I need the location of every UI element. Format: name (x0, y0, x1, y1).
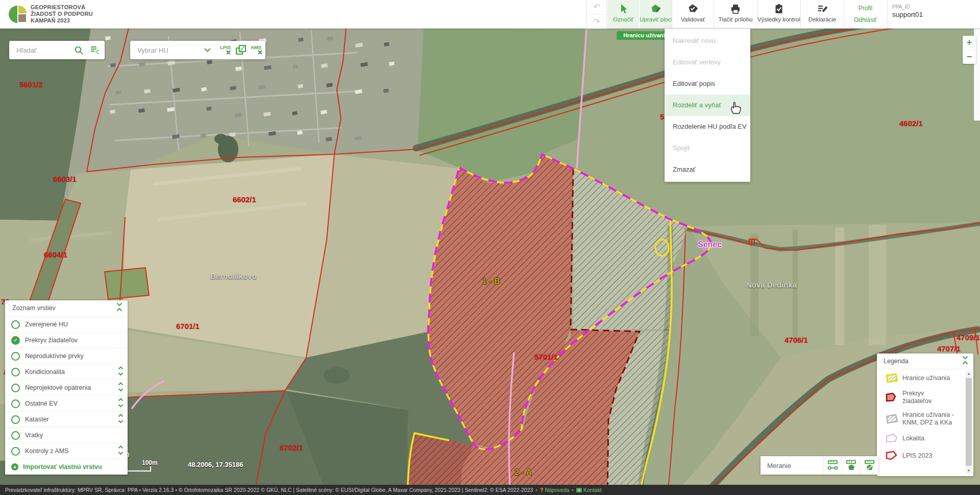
scroll-down-icon[interactable]: ▼ (965, 468, 972, 474)
swatch-prekryv-ziadatelov (884, 392, 899, 403)
cursor-icon (618, 3, 629, 15)
toolbar-button-deklaracie[interactable]: Deklarácie (801, 0, 844, 28)
layers-panel-header[interactable]: Zoznam vrstiev (5, 300, 128, 317)
app-header: GEOPRIESTOROVÁ ŽIADOSŤ O PODPORU KAMPAŇ … (0, 0, 980, 29)
import-layer-button[interactable]: + Importovať vlastnú vrstvu (5, 459, 128, 475)
menu-item-zmazat[interactable]: Zmazať (665, 159, 750, 180)
footer-text: Prevádzkovateľ infraštruktúry: MPRV SR, … (5, 487, 533, 493)
layer-row-zverejnene-hu[interactable]: Zverejnené HU (5, 317, 128, 333)
plus-icon: + (11, 463, 18, 470)
layer-row-ostatne-ev[interactable]: Ostatné EV (5, 396, 128, 412)
layer-toggle[interactable] (11, 399, 20, 408)
collapse-icon[interactable] (962, 356, 968, 365)
layer-row-kontroly-z-ams[interactable]: Kontroly z AMS (5, 443, 128, 459)
toolbar-button-tlacit-prilohu[interactable]: Tlačiť prílohu (714, 0, 757, 28)
profile-menu: Profil Odhlásiť (844, 0, 887, 28)
undo-icon[interactable]: ↶ (587, 0, 606, 14)
scroll-thumb[interactable] (966, 378, 972, 466)
user-info: PPA_ID support01 (887, 0, 948, 28)
clipboard-check-icon (773, 3, 785, 15)
leg-header[interactable]: Legenda (877, 353, 973, 369)
redo-icon[interactable]: ↷ (587, 14, 606, 29)
ams-clear-icon[interactable]: AMS (250, 44, 265, 56)
envelope-icon: ✉ (576, 488, 582, 492)
layer-row-prekryv-ziadatelov[interactable]: ✓Prekryv žiadateľov (5, 333, 128, 348)
toolbar-button-oznacit[interactable]: Označiť (607, 0, 639, 28)
username: support01 (892, 11, 948, 18)
legend-item: Prekryv žiadateľov (877, 387, 973, 408)
layer-row-kataster[interactable]: Kataster (5, 412, 128, 428)
chevron-down-icon[interactable] (204, 48, 219, 52)
expand-icon[interactable] (118, 445, 124, 456)
legend-scrollbar[interactable]: ▲ ▼ (965, 371, 972, 474)
swatch-hranice-knm (884, 413, 899, 425)
search-list-icon[interactable] (89, 45, 105, 55)
toolbar-button-validovat[interactable]: Validovať (672, 0, 714, 28)
layer-toggle[interactable] (11, 384, 20, 392)
toolbar-button-vysledky-kontroly[interactable]: Výsledky kontroly (757, 0, 800, 28)
area-measure-free-icon[interactable] (860, 456, 878, 475)
svg-text:AMS: AMS (251, 44, 261, 50)
swatch-lokalita (884, 433, 899, 444)
contact-link[interactable]: Kontakt (583, 487, 602, 493)
polygon-edit-icon (650, 3, 662, 15)
legend-item: LPIS 2023 (877, 447, 973, 464)
menu-item-rozdelenie-hu-podla-ev[interactable]: Rozdelenie HU podľa EV (665, 116, 750, 137)
zoom-controls: + − (963, 36, 976, 64)
svg-text:LPIS: LPIS (220, 44, 231, 50)
layer-row-neproduktivne-prvky[interactable]: Neproduktívne prvky (5, 348, 128, 364)
lpis-clear-icon[interactable]: LPIS (219, 44, 235, 56)
scale-text: 100m (142, 459, 158, 466)
area-measure-icon[interactable] (842, 456, 860, 475)
expand-icon[interactable] (118, 366, 124, 376)
layers-swap-icon[interactable] (235, 44, 250, 56)
measure-panel: Meranie (761, 456, 878, 475)
search-box (9, 41, 105, 59)
layer-row-neprojektove-opatrenia[interactable]: Neprojektové opatrenia (5, 380, 128, 396)
layer-toggle[interactable] (11, 320, 20, 329)
swatch-hranice-uzivania (884, 372, 899, 384)
footer-bar: Prevádzkovateľ infraštruktúry: MPRV SR, … (0, 485, 980, 495)
expand-icon[interactable] (118, 414, 124, 424)
layer-row-vratky[interactable]: Vratky (5, 428, 128, 443)
layer-row-kondicionalita[interactable]: Kondicionalita (5, 364, 128, 380)
expand-icon[interactable] (118, 382, 124, 392)
menu-item-nakreslit-novu: Nakresliť novú (665, 30, 750, 52)
layer-toggle[interactable] (11, 447, 20, 456)
menu-item-spojit: Spojiť (665, 137, 750, 159)
map-canvas[interactable] (0, 28, 980, 485)
layer-toggle[interactable] (11, 415, 20, 424)
search-icon[interactable] (74, 45, 89, 55)
layer-toggle-checked[interactable]: ✓ (11, 336, 20, 345)
legend-item: Hranice užívania (877, 369, 973, 387)
swatch-lpis (884, 450, 899, 461)
logout-link[interactable]: Odhlásiť (844, 16, 887, 23)
app-title: GEOPRIESTOROVÁ ŽIADOSŤ O PODPORU KAMPAŇ … (31, 4, 93, 24)
layer-toggle[interactable] (11, 431, 20, 440)
list-edit-icon (816, 3, 828, 15)
layer-toggle[interactable] (11, 352, 20, 361)
zoom-out-button[interactable]: − (963, 50, 976, 64)
printer-icon (729, 3, 742, 15)
gsaa-map-application: 5601/2 6603/1 6602/1 6604/1 6701/1 6702/… (0, 0, 980, 495)
search-input[interactable] (15, 46, 74, 55)
zoom-in-button[interactable]: + (963, 36, 976, 50)
layer-toggle[interactable] (11, 368, 20, 376)
scroll-up-icon[interactable]: ▲ (965, 371, 972, 377)
collapse-icon[interactable] (116, 302, 122, 312)
shield-check-icon (687, 3, 699, 15)
help-link[interactable]: Nápoveda (545, 487, 569, 493)
app-logo (8, 5, 28, 24)
select-hu-box: Vybrať HU LPIS AMS (130, 41, 265, 59)
help-question-icon: ? (540, 487, 543, 493)
measure-title: Meranie (767, 462, 823, 469)
toolbar-button-upravit-plochu[interactable]: Upraviť plochu (640, 0, 672, 28)
distance-measure-icon[interactable] (823, 456, 842, 475)
profile-link[interactable]: Profil (844, 5, 887, 12)
select-hu-placeholder[interactable]: Vybrať HU (137, 46, 204, 54)
layers-panel: Zoznam vrstiev Zverejnené HU ✓Prekryv ži… (5, 300, 128, 475)
ppa-id-label: PPA_ID (892, 4, 948, 10)
legend-panel: Legenda Hranice užívania Prekryv žiadate… (877, 353, 973, 476)
expand-icon[interactable] (118, 398, 124, 408)
menu-item-editovat-popis[interactable]: Editovať popis (665, 73, 750, 95)
